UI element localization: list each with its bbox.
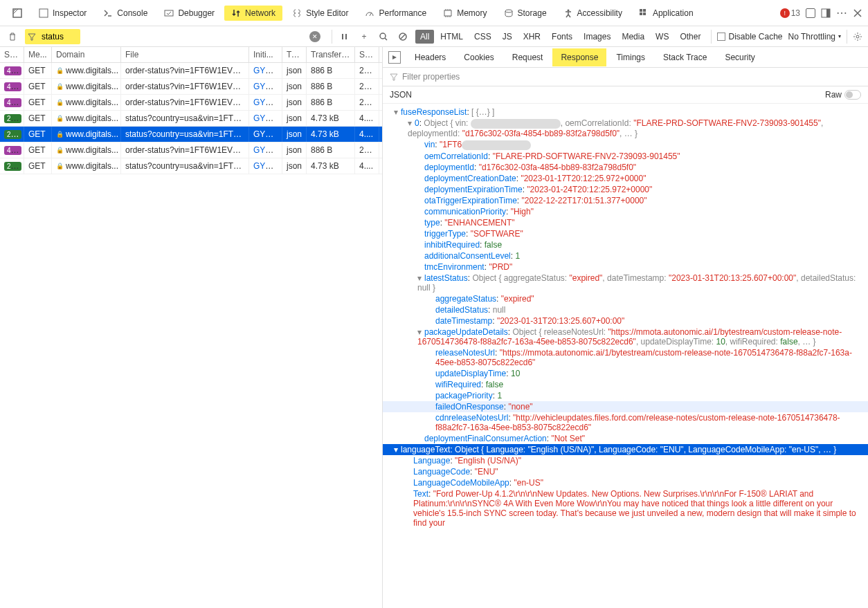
request-row[interactable]: 200GET🔒www.digitals...status?country=usa… xyxy=(0,111,382,127)
raw-toggle[interactable]: Raw xyxy=(825,90,861,100)
column-header[interactable]: Sta... xyxy=(0,47,24,62)
more-icon[interactable]: ⋯ xyxy=(836,6,847,19)
detail-tab-timings[interactable]: Timings xyxy=(608,48,653,66)
initiator-cell[interactable]: GYKYY... xyxy=(249,63,282,78)
tab-debugger[interactable]: Debugger xyxy=(157,6,221,21)
filter-type-other[interactable]: Other xyxy=(675,30,705,44)
request-list-panel: Sta...Me...DomainFileIniti...TypeTransfe… xyxy=(0,47,383,608)
json-tree: ▾fuseResponseList: [ {…} ] ▾0: Object { … xyxy=(383,104,868,608)
transferred-cell: 886 B xyxy=(307,79,355,94)
initiator-cell[interactable]: GYKYY... xyxy=(249,127,282,142)
network-filter-bar: ✕ + AllHTMLCSSJSXHRFontsImagesMediaWSOth… xyxy=(0,26,868,47)
responsive-mode-icon[interactable] xyxy=(806,8,815,18)
expand-arrow[interactable]: ▾ xyxy=(394,445,401,454)
tab-application[interactable]: Application xyxy=(632,6,700,21)
tab-network[interactable]: Network xyxy=(224,6,282,21)
method-cell: GET xyxy=(24,95,52,110)
request-row[interactable]: 404GET🔒www.digitals...order-status?vin=1… xyxy=(0,63,382,79)
disable-cache-checkbox[interactable]: Disable Cache xyxy=(717,32,782,42)
method-cell: GET xyxy=(24,63,52,78)
tab-inspector[interactable]: Inspector xyxy=(32,6,93,21)
dock-button[interactable] xyxy=(6,6,29,21)
close-icon[interactable] xyxy=(853,8,862,18)
column-header[interactable]: Domain xyxy=(52,47,121,62)
expand-arrow[interactable]: ▾ xyxy=(417,327,424,337)
expand-arrow[interactable]: ▾ xyxy=(394,107,401,117)
lock-icon: 🔒 xyxy=(56,163,64,169)
detail-tab-cookies[interactable]: Cookies xyxy=(455,48,502,66)
initiator-cell[interactable]: GYKYY... xyxy=(249,158,282,174)
detail-tab-request[interactable]: Request xyxy=(504,48,552,66)
pause-icon[interactable] xyxy=(338,30,352,44)
request-row[interactable]: 404GET🔒www.digitals...order-status?vin=1… xyxy=(0,79,382,95)
file-cell: status?country=usa&vin=1FT6 ⟳ xyxy=(121,158,249,174)
throttling-select[interactable]: No Throttling▾ xyxy=(788,32,841,42)
filter-wrapper xyxy=(25,29,80,44)
expand-arrow[interactable]: ▾ xyxy=(408,118,415,128)
size-cell: 23... xyxy=(355,95,379,110)
dock-side-icon[interactable] xyxy=(821,8,831,18)
column-header[interactable]: Size xyxy=(355,47,379,62)
tab-style-editor[interactable]: Style Editor xyxy=(285,6,355,21)
error-count[interactable]: !13 xyxy=(780,8,800,18)
svg-rect-11 xyxy=(826,9,830,17)
filter-type-js[interactable]: JS xyxy=(498,30,517,44)
type-cell: json xyxy=(282,111,307,126)
column-header[interactable]: Transferred xyxy=(307,47,355,62)
file-cell: order-status?vin=1FT6W1EV5N ⟳ xyxy=(121,63,249,78)
request-row[interactable]: 200GET🔒www.digitals...status?country=usa… xyxy=(0,158,382,174)
initiator-cell[interactable]: GYKYY... xyxy=(249,111,282,126)
type-cell: json xyxy=(282,158,307,174)
tab-storage[interactable]: Storage xyxy=(497,6,554,21)
clear-filter-icon[interactable]: ✕ xyxy=(309,31,320,42)
filter-type-fonts[interactable]: Fonts xyxy=(547,30,577,44)
block-icon[interactable] xyxy=(396,30,410,44)
filter-type-media[interactable]: Media xyxy=(617,30,649,44)
tab-console[interactable]: Console xyxy=(96,6,154,21)
detail-tab-stack-trace[interactable]: Stack Trace xyxy=(655,48,715,66)
domain-cell: 🔒www.digitals... xyxy=(52,79,121,94)
transferred-cell: 4.73 kB xyxy=(307,111,355,126)
domain-cell: 🔒www.digitals... xyxy=(52,63,121,78)
filter-type-ws[interactable]: WS xyxy=(651,30,673,44)
status-badge: 404 xyxy=(4,146,21,155)
column-header[interactable]: Me... xyxy=(24,47,52,62)
column-header[interactable]: File xyxy=(121,47,249,62)
lock-icon: 🔒 xyxy=(56,115,64,122)
filter-icon xyxy=(28,33,36,41)
type-cell: json xyxy=(282,142,307,158)
request-row[interactable]: 404GET🔒www.digitals...order-status?vin=1… xyxy=(0,95,382,111)
tab-accessibility[interactable]: Accessibility xyxy=(557,6,629,21)
property-filter[interactable]: Filter properties xyxy=(383,68,868,86)
filter-types: AllHTMLCSSJSXHRFontsImagesMediaWSOther xyxy=(415,30,705,44)
status-badge: 404 xyxy=(4,66,21,75)
detail-tab-security[interactable]: Security xyxy=(716,48,763,66)
column-header[interactable]: Type xyxy=(282,47,307,62)
request-row[interactable]: 404GET🔒www.digitals...order-status?vin=1… xyxy=(0,142,382,158)
toggle-raw-icon[interactable] xyxy=(388,51,401,64)
column-header[interactable]: Initi... xyxy=(249,47,282,62)
initiator-cell[interactable]: GYKYY... xyxy=(249,79,282,94)
size-cell: 4.... xyxy=(355,127,379,142)
filter-type-xhr[interactable]: XHR xyxy=(518,30,545,44)
initiator-cell[interactable]: GYKYY... xyxy=(249,95,282,110)
filter-input[interactable] xyxy=(36,29,78,44)
tab-memory[interactable]: Memory xyxy=(436,6,494,21)
filter-type-all[interactable]: All xyxy=(415,30,434,44)
detail-tab-response[interactable]: Response xyxy=(552,48,606,66)
initiator-cell[interactable]: GYKYY... xyxy=(249,142,282,158)
gear-icon[interactable] xyxy=(853,32,862,42)
tab-performance[interactable]: Performance xyxy=(358,6,433,21)
search-icon[interactable] xyxy=(377,30,390,44)
transferred-cell: 886 B xyxy=(307,63,355,78)
clear-requests-icon[interactable] xyxy=(6,30,19,44)
file-cell: order-status?vin=1FT6W1EV5N ⟳ xyxy=(121,79,249,94)
detail-tab-headers[interactable]: Headers xyxy=(406,48,454,66)
request-row[interactable]: 200GET🔒www.digitals...status?country=usa… xyxy=(0,127,382,142)
add-icon[interactable]: + xyxy=(357,30,371,44)
filter-type-html[interactable]: HTML xyxy=(435,30,468,44)
lock-icon: 🔒 xyxy=(56,147,64,154)
expand-arrow[interactable]: ▾ xyxy=(417,273,424,283)
filter-type-images[interactable]: Images xyxy=(579,30,615,44)
filter-type-css[interactable]: CSS xyxy=(469,30,496,44)
